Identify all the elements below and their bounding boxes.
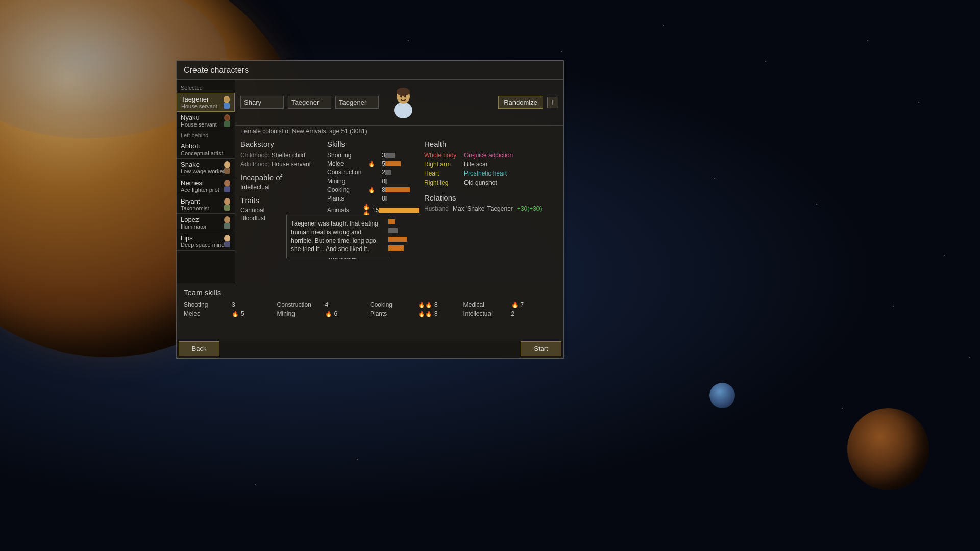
svg-point-6 bbox=[224, 161, 230, 168]
relation-name-snake: Max 'Snake' Taegener bbox=[453, 205, 513, 212]
health-heart: Heart Prosthetic heart bbox=[424, 170, 558, 177]
sidebar-item-snake[interactable]: Snake Low-wage worker bbox=[177, 159, 235, 177]
skill-construction: Construction 2 bbox=[327, 169, 419, 176]
ts-passion-mining: 🔥 bbox=[325, 311, 332, 317]
skill-value-melee: 5 bbox=[375, 160, 385, 167]
skill-value-shooting: 3 bbox=[375, 152, 385, 159]
skill-passion-cooking: 🔥 bbox=[368, 187, 374, 193]
skill-bar-plants bbox=[385, 196, 387, 201]
skills-title: Skills bbox=[327, 140, 419, 148]
skill-shooting: Shooting 3 bbox=[327, 152, 419, 159]
skill-name-mining: Mining bbox=[327, 178, 368, 185]
ts-name-melee: Melee bbox=[184, 310, 230, 317]
ts-name-construction: Construction bbox=[277, 301, 323, 308]
skill-bar-construction bbox=[385, 170, 391, 175]
randomize-button[interactable]: Randomize bbox=[498, 96, 543, 109]
ts-cooking: Cooking 🔥🔥 8 bbox=[370, 301, 463, 308]
relation-type-husband: Husband bbox=[424, 205, 449, 212]
svg-point-18 bbox=[397, 88, 410, 96]
char-avatar-svg bbox=[388, 84, 419, 119]
svg-point-19 bbox=[400, 95, 402, 98]
avatar-taegener bbox=[220, 95, 232, 110]
sidebar-item-lips[interactable]: Lips Deep space miner bbox=[177, 232, 235, 251]
svg-rect-4 bbox=[224, 121, 230, 127]
svg-point-10 bbox=[224, 198, 230, 205]
ts-name-mining: Mining bbox=[277, 310, 323, 317]
info-button[interactable]: i bbox=[547, 97, 558, 108]
adulthood-row: Adulthood: House servant bbox=[240, 161, 322, 168]
skill-name-melee: Melee bbox=[327, 160, 368, 167]
ts-medical: Medical 🔥 7 bbox=[463, 301, 557, 308]
sidebar-item-taegener[interactable]: Taegener House servant bbox=[177, 93, 235, 112]
sidebar-item-abbott[interactable]: Abbott Conceptual artist bbox=[177, 140, 235, 159]
ts-val-intellectual: 2 bbox=[511, 310, 515, 317]
svg-point-12 bbox=[224, 216, 230, 223]
avatar-snake bbox=[220, 161, 233, 175]
bloodlust-tooltip: Taegener was taught that eating human me… bbox=[286, 215, 388, 258]
skill-name-shooting: Shooting bbox=[327, 152, 368, 159]
backstory-title: Backstory bbox=[240, 140, 322, 148]
selected-label: Selected bbox=[177, 83, 235, 93]
first-name-input[interactable] bbox=[240, 96, 284, 109]
health-part-leg: Right leg bbox=[424, 179, 460, 186]
sidebar-item-nerhesi[interactable]: Nerhesi Ace fighter pilot bbox=[177, 177, 235, 195]
start-button[interactable]: Start bbox=[521, 341, 561, 356]
trait-bloodlust[interactable]: Bloodlust Taegener was taught that eatin… bbox=[240, 215, 322, 222]
health-part-whole: Whole body bbox=[424, 152, 460, 159]
svg-point-5 bbox=[225, 116, 229, 120]
avatar-nyaku bbox=[220, 114, 233, 128]
avatar-bryant bbox=[220, 197, 233, 212]
relation-value-husband: +30(+30) bbox=[517, 205, 542, 212]
ts-name-plants: Plants bbox=[370, 310, 416, 317]
skill-bar-medical bbox=[385, 237, 407, 242]
skill-value-plants: 0 bbox=[375, 195, 385, 202]
sidebar-item-bryant[interactable]: Bryant Taxonomist bbox=[177, 195, 235, 214]
sidebar-item-lopez[interactable]: Lopez Illuminator bbox=[177, 214, 235, 232]
adulthood-label: Adulthood: bbox=[240, 161, 270, 168]
ts-intellectual: Intellectual 2 bbox=[463, 310, 557, 317]
char-header: Randomize i bbox=[235, 80, 564, 126]
svg-point-16 bbox=[394, 102, 412, 118]
skill-name-animals: Animals bbox=[327, 207, 363, 214]
svg-rect-11 bbox=[224, 205, 230, 211]
ts-name-shooting: Shooting bbox=[184, 301, 230, 308]
ts-shooting: Shooting 3 bbox=[184, 301, 277, 308]
ts-melee: Melee 🔥 5 bbox=[184, 310, 277, 317]
ts-val-melee: 5 bbox=[241, 310, 244, 317]
childhood-value: Shelter child bbox=[272, 152, 305, 159]
incapable-title: Incapable of bbox=[240, 173, 322, 182]
health-whole-body: Whole body Go-juice addiction bbox=[424, 152, 558, 159]
skill-passion-melee: 🔥 bbox=[368, 161, 374, 167]
skill-name-construction: Construction bbox=[327, 169, 368, 176]
skill-bar-melee bbox=[385, 161, 401, 166]
sidebar-item-nyaku[interactable]: Nyaku House servant bbox=[177, 112, 235, 130]
svg-point-20 bbox=[404, 95, 406, 98]
adulthood-value: House servant bbox=[272, 161, 311, 168]
trait-cannibal: Cannibal bbox=[240, 207, 322, 214]
health-title: Health bbox=[424, 140, 558, 148]
team-skills-panel: Team skills Shooting 3 Construction 4 Co… bbox=[176, 283, 564, 339]
avatar-nerhesi bbox=[220, 179, 233, 193]
backstory-section: Backstory Childhood: Shelter child Adult… bbox=[240, 140, 322, 262]
back-button[interactable]: Back bbox=[179, 341, 219, 356]
panel-title: Create characters bbox=[177, 61, 564, 80]
ts-val-medical: 7 bbox=[521, 301, 524, 308]
health-cond-gojuice: Go-juice addiction bbox=[464, 152, 513, 159]
char-role-abbott: Conceptual artist bbox=[181, 150, 231, 156]
skill-value-mining: 0 bbox=[375, 178, 385, 185]
svg-rect-7 bbox=[224, 168, 230, 174]
left-behind-label: Left behind bbox=[177, 130, 235, 140]
ts-plants: Plants 🔥🔥 8 bbox=[370, 310, 463, 317]
middle-name-input[interactable] bbox=[288, 96, 331, 109]
skill-name-plants: Plants bbox=[327, 195, 368, 202]
health-right-arm: Right arm Bite scar bbox=[424, 161, 558, 168]
last-name-input[interactable] bbox=[335, 96, 379, 109]
planet-blue bbox=[709, 383, 735, 408]
childhood-row: Childhood: Shelter child bbox=[240, 152, 322, 159]
skill-bar-cooking bbox=[385, 187, 410, 192]
avatar-lips bbox=[220, 234, 233, 248]
skill-bar-animals bbox=[379, 208, 419, 213]
planet-small bbox=[847, 408, 929, 490]
ts-name-cooking: Cooking bbox=[370, 301, 416, 308]
ts-construction: Construction 4 bbox=[277, 301, 371, 308]
